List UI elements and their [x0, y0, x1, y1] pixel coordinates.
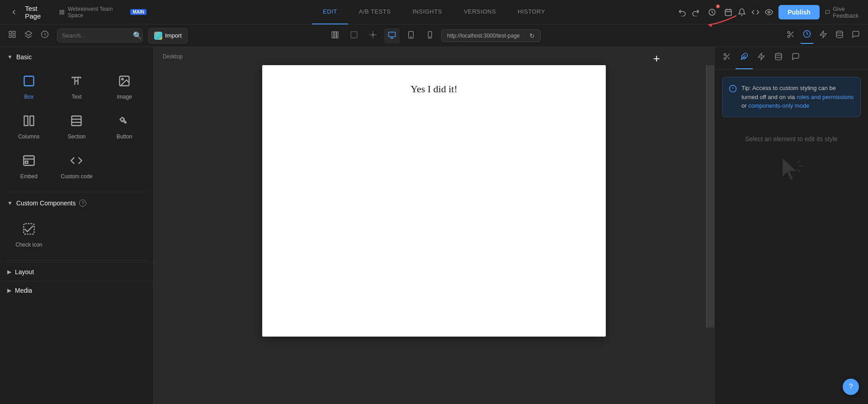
interactions-button[interactable]: [38, 28, 52, 43]
custom-components-header[interactable]: ▼ Custom Components ?: [0, 194, 153, 212]
feedback-icon: [825, 9, 830, 16]
canvas-frame[interactable]: Yes I did it!: [262, 65, 606, 337]
svg-rect-9: [332, 32, 334, 38]
cursor-icon: [778, 156, 805, 183]
media-section-header[interactable]: ▶ Media: [0, 281, 153, 299]
add-element-button[interactable]: +: [653, 52, 660, 66]
svg-rect-7: [13, 35, 15, 38]
interaction-button[interactable]: [365, 28, 381, 43]
component-image[interactable]: Image: [101, 68, 148, 107]
component-columns[interactable]: Columns: [5, 108, 52, 147]
help-button[interactable]: ?: [843, 379, 859, 395]
svg-marker-47: [758, 53, 764, 60]
columns-icon: [23, 114, 35, 130]
topbar-left: Test Page Webreinvent Team Space MAIN: [0, 5, 154, 20]
preview-button[interactable]: [765, 5, 773, 19]
svg-point-40: [724, 53, 726, 56]
media-toggle-icon: ▶: [7, 287, 11, 294]
toolbar-left: 🔍 Import: [5, 28, 159, 43]
right-panel: Tip: Access to custom styling can be tur…: [714, 47, 868, 404]
tab-ab-tests[interactable]: A/B TESTS: [348, 0, 402, 24]
search-icon: 🔍: [133, 31, 142, 40]
left-sidebar: ▼ Basic Box Text: [0, 47, 154, 404]
workspace-name: Webreinvent Team Space: [68, 6, 128, 19]
tip-content: Tip: Access to custom styling can be tur…: [741, 84, 854, 110]
search-input[interactable]: [57, 29, 143, 43]
svg-point-48: [775, 53, 782, 56]
tab-insights[interactable]: INSIGHTS: [401, 0, 453, 24]
basic-components-grid: Box Text Image Columns: [0, 64, 153, 190]
check-icon-label: Check icon: [15, 242, 42, 248]
basic-section-header[interactable]: ▼ Basic: [0, 47, 153, 64]
svg-rect-38: [25, 161, 28, 163]
undo-button[interactable]: [678, 5, 686, 19]
right-tab-lightning[interactable]: [753, 47, 770, 69]
redo-button[interactable]: [692, 5, 700, 19]
tab-versions[interactable]: VERSIONS: [453, 0, 507, 24]
tip-link-components[interactable]: components-only mode: [748, 102, 809, 109]
svg-rect-5: [13, 31, 15, 33]
style-panel-button[interactable]: [800, 27, 814, 44]
tab-history[interactable]: HISTORY: [507, 0, 556, 24]
publish-arrow-indicator: [704, 14, 741, 29]
canvas-area[interactable]: + Desktop Yes I did it!: [154, 47, 714, 404]
svg-point-22: [788, 35, 790, 38]
layout-label: Layout: [15, 268, 34, 276]
svg-rect-31: [24, 116, 28, 126]
scissors-button[interactable]: [784, 28, 797, 43]
custom-toggle-icon: ▼: [7, 200, 13, 206]
custom-code-label: Custom code: [61, 173, 93, 180]
component-check-icon[interactable]: Check icon: [5, 216, 52, 255]
image-icon: [118, 75, 131, 90]
right-tab-style[interactable]: [736, 47, 753, 69]
give-feedback-button[interactable]: Give Feedback: [825, 5, 861, 19]
give-feedback-label: Give Feedback: [833, 5, 861, 19]
tip-box: Tip: Access to custom styling can be tur…: [722, 77, 861, 117]
main-badge: MAIN: [130, 9, 146, 15]
refresh-icon[interactable]: ↻: [529, 32, 535, 39]
tablet-view-button[interactable]: [403, 28, 419, 43]
url-text: http://localhost:3000/test-page: [447, 33, 520, 39]
svg-rect-33: [72, 116, 81, 126]
component-text[interactable]: Text: [53, 68, 100, 107]
layout-section-header[interactable]: ▶ Layout: [0, 262, 153, 281]
lightning-button[interactable]: [816, 28, 830, 43]
image-label: Image: [117, 94, 132, 100]
svg-point-18: [410, 36, 411, 37]
column-layout-button[interactable]: [327, 28, 343, 43]
component-embed[interactable]: Embed: [5, 147, 52, 186]
tab-edit[interactable]: EDIT: [312, 0, 348, 24]
url-bar[interactable]: http://localhost:3000/test-page ↻: [441, 29, 541, 42]
chat-button[interactable]: [849, 28, 863, 43]
grid-view-button[interactable]: [5, 28, 19, 43]
layers-button[interactable]: [22, 28, 35, 43]
right-tab-chat[interactable]: [787, 47, 804, 69]
svg-rect-10: [335, 32, 336, 38]
mobile-view-button[interactable]: [422, 28, 438, 43]
component-section[interactable]: Section: [53, 108, 100, 147]
embed-label: Embed: [20, 173, 38, 180]
component-box[interactable]: Box: [5, 68, 52, 107]
database-button[interactable]: [833, 28, 846, 43]
custom-help-icon[interactable]: ?: [79, 200, 86, 207]
svg-rect-32: [30, 116, 33, 126]
right-tab-database[interactable]: [770, 47, 787, 69]
embed-icon: [23, 154, 35, 170]
code-button[interactable]: [751, 5, 760, 19]
component-button[interactable]: Button: [101, 108, 148, 147]
publish-button[interactable]: Publish: [778, 5, 820, 19]
select-element-message: Select an element to edit its style: [722, 135, 861, 143]
section-icon: [70, 114, 83, 130]
toolbar-center: http://localhost:3000/test-page ↻: [163, 28, 705, 43]
tip-link-roles[interactable]: roles and permissions: [797, 94, 854, 100]
component-custom-code[interactable]: Custom code: [53, 147, 100, 186]
basic-toggle-icon: ▼: [7, 54, 13, 60]
svg-rect-6: [9, 35, 11, 38]
tip-info-icon: [729, 85, 737, 110]
workspace-info: Webreinvent Team Space MAIN: [59, 6, 146, 19]
right-tab-scissors[interactable]: [718, 47, 736, 69]
text-label: Text: [71, 94, 81, 100]
dotted-grid-button[interactable]: [346, 28, 362, 43]
back-button[interactable]: [7, 5, 20, 19]
desktop-view-button[interactable]: [384, 28, 400, 43]
